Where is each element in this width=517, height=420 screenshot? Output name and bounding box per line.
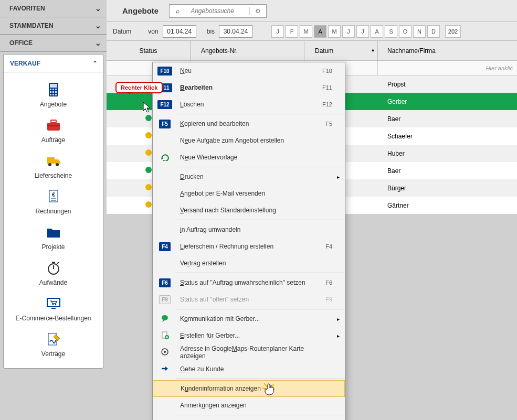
status-dot-icon	[145, 149, 152, 156]
svg-rect-4	[55, 89, 57, 90]
ctx-item[interactable]: F5Kopieren und bearbeitenF5	[153, 115, 345, 132]
month-btn-9[interactable]: O	[399, 25, 412, 38]
ctx-item-label: Neu	[173, 67, 311, 74]
ctx-shortcut: F12	[311, 101, 332, 107]
nav-office[interactable]: OFFICE ⌄	[0, 35, 107, 52]
ctx-item[interactable]: Erstellen für Gerber...▸	[153, 327, 345, 344]
ctx-item-label: Löschen	[173, 101, 311, 108]
svg-rect-12	[51, 120, 56, 123]
ctx-item-label: Neue Wiedervorlage	[173, 154, 311, 161]
month-btn-11[interactable]: D	[427, 25, 440, 38]
ctx-item[interactable]: Drucken▸	[153, 168, 345, 185]
search-box: ⌕ ⚙	[169, 4, 267, 18]
search-icon[interactable]: ⌕	[170, 7, 186, 15]
col-angebot-nr[interactable]: Angebots-Nr.	[191, 41, 304, 60]
nav-favoriten[interactable]: FAVORITEN ⌄	[0, 0, 107, 17]
ctx-item[interactable]: Neue Wiedervorlage	[153, 149, 345, 166]
ctx-item[interactable]: F10NeuF10	[153, 62, 345, 79]
ctx-item[interactable]: F11BearbeitenF11	[153, 79, 345, 96]
svg-text:€: €	[51, 191, 55, 198]
ctx-item-label: in Auftrag umwandeln	[173, 226, 311, 233]
ctx-item[interactable]: F4Lieferschein / Rechnung erstellenF4	[153, 238, 345, 255]
reload-icon	[157, 153, 173, 163]
nav-item-label: Projekte	[41, 243, 65, 251]
ctx-item[interactable]: F12LöschenF12	[153, 96, 345, 113]
context-menu: F10NeuF10F11BearbeitenF11F12LöschenF12F5…	[152, 62, 345, 420]
month-btn-2[interactable]: M	[300, 25, 312, 38]
month-btn-1[interactable]: F	[286, 25, 298, 38]
ctx-item-label: Lieferschein / Rechnung erstellen	[173, 243, 311, 250]
ctx-item[interactable]: Gehe zu Kunde	[153, 361, 345, 378]
date-to-input[interactable]: 30.04.24	[219, 25, 252, 38]
svg-rect-25	[47, 298, 60, 307]
month-btn-5[interactable]: J	[342, 25, 355, 38]
truck-icon	[44, 153, 63, 169]
verkauf-items: Angebote Aufträge Lieferscheine € Rechnu…	[4, 72, 103, 368]
ctx-item[interactable]: Neue Aufgabe zum Angebot erstellen	[153, 132, 345, 149]
ctx-item[interactable]: Vertrag erstellen	[153, 255, 345, 272]
nav-angebote[interactable]: Angebote	[4, 78, 103, 113]
nav-lieferscheine[interactable]: Lieferscheine	[4, 149, 103, 185]
fkey-badge: F6	[157, 279, 173, 286]
month-btn-8[interactable]: S	[385, 25, 397, 38]
nav-auftraege[interactable]: Aufträge	[4, 113, 103, 149]
folder-icon	[44, 224, 63, 240]
nav-rechnungen[interactable]: € Rechnungen	[4, 185, 103, 220]
sign-doc-icon	[44, 331, 63, 347]
ctx-item-label: Anmerkungen anzeigen	[173, 402, 311, 409]
ctx-item[interactable]: Versand nach Standardeinstellung	[153, 202, 345, 219]
nav-verkauf[interactable]: VERKAUF ⌃	[4, 55, 103, 72]
month-btn-4[interactable]: M	[328, 25, 341, 38]
fkey-badge: F9	[157, 296, 173, 303]
page-title: Angebote	[107, 6, 169, 15]
svg-rect-23	[52, 262, 55, 263]
month-btn-6[interactable]: J	[356, 25, 369, 38]
nav-vertraege[interactable]: Verträge	[4, 327, 103, 363]
ctx-item[interactable]: in Auftrag umwandeln	[153, 221, 345, 238]
nav-label: STAMMDATEN	[9, 22, 54, 29]
month-btn-3[interactable]: A	[314, 25, 326, 38]
menu-separator	[176, 379, 345, 379]
ctx-item[interactable]: Tabellen-Kategorie zuweisen▸	[153, 416, 345, 420]
ctx-item[interactable]: Anmerkungen anzeigen	[153, 397, 345, 414]
svg-rect-8	[50, 94, 51, 95]
col-datum[interactable]: Datum ▴	[304, 41, 378, 60]
svg-rect-28	[51, 308, 56, 309]
search-input[interactable]	[186, 7, 249, 15]
ctx-item[interactable]: Angebot per E-Mail versenden	[153, 185, 345, 202]
col-datum-label: Datum	[315, 47, 333, 55]
nav-projekte[interactable]: Projekte	[4, 220, 103, 256]
sort-asc-icon: ▴	[372, 47, 374, 52]
chat-icon	[157, 314, 173, 324]
ctx-item-label: Erstellen für Gerber...	[173, 332, 311, 339]
menu-separator	[176, 167, 345, 167]
month-btn-7[interactable]: A	[371, 25, 383, 38]
ctx-item[interactable]: F6Status auf "Auftrag unwahrscheinlich" …	[153, 274, 345, 291]
month-btn-0[interactable]: J	[271, 25, 284, 38]
ctx-item[interactable]: Kundeninformation anzeigen	[153, 380, 345, 397]
nav-item-label: Rechnungen	[35, 208, 71, 215]
filter-name-hint[interactable]: Hier anklic	[378, 61, 517, 75]
von-label: von	[148, 28, 158, 35]
ctx-item-label: Kopieren und bearbeiten	[173, 120, 311, 127]
nav-aufwaende[interactable]: Aufwände	[4, 256, 103, 292]
goto-icon	[157, 364, 173, 374]
year-input[interactable]: 202	[445, 25, 461, 38]
status-dot-icon	[145, 132, 152, 138]
svg-rect-9	[52, 94, 54, 95]
date-from-input[interactable]: 01.04.24	[163, 25, 196, 38]
gear-icon[interactable]: ⚙	[249, 7, 266, 15]
month-btn-10[interactable]: N	[413, 25, 426, 38]
nav-ecommerce[interactable]: E-Commerce-Bestellungen	[4, 292, 103, 327]
ctx-item[interactable]: Adresse in GoogleMaps-Routenplaner Karte…	[153, 344, 345, 361]
status-dot-icon	[145, 201, 152, 208]
menu-separator	[176, 415, 345, 415]
nav-item-label: Verträge	[41, 350, 65, 358]
nav-stammdaten[interactable]: STAMMDATEN ⌄	[0, 17, 107, 35]
col-nachname[interactable]: Nachname/Firma	[378, 41, 517, 60]
ctx-item[interactable]: Kommunikation mit Gerber...▸	[153, 310, 345, 327]
nav-verkauf-panel: VERKAUF ⌃ Angebote Aufträge Lieferschein…	[3, 54, 103, 369]
col-status[interactable]: Status	[107, 41, 191, 60]
ctx-shortcut: F10	[311, 68, 332, 74]
fkey-badge: F12	[157, 101, 173, 108]
